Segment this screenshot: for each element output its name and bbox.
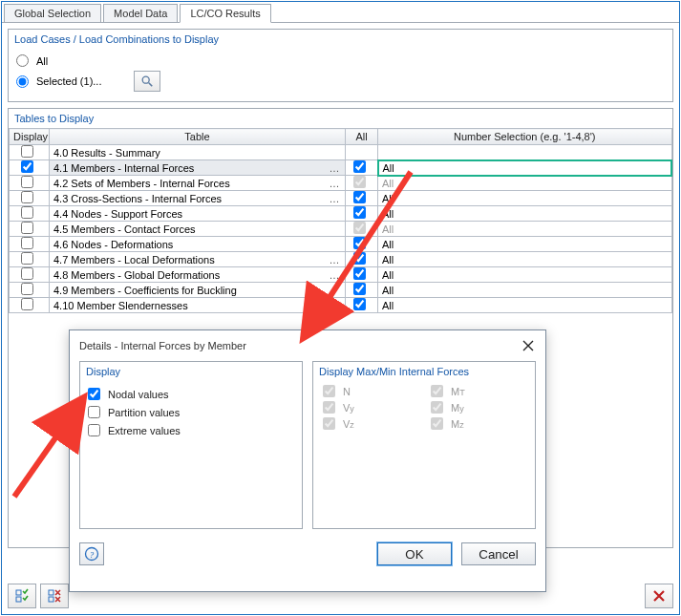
row-all-checkbox[interactable] [353,298,366,310]
force-label: Mz [451,418,464,430]
table-row-label[interactable]: 4.5 Members - Contact Forces [50,222,346,237]
row-all-checkbox[interactable] [353,283,366,295]
close-button[interactable] [521,338,536,353]
force-option: Mz [431,417,525,430]
display-option-label: Extreme values [108,425,181,436]
row-number-selection[interactable]: All [378,252,672,267]
row-display-checkbox[interactable] [21,206,33,219]
row-all-checkbox[interactable] [353,267,366,280]
force-option: My [431,401,525,414]
svg-text:?: ? [90,550,95,560]
display-option-checkbox[interactable] [88,388,100,400]
radio-selected[interactable] [16,75,29,88]
table-row-label[interactable]: 4.2 Sets of Members - Internal Forces… [50,176,346,191]
row-number-selection[interactable]: All [378,267,672,283]
row-all-checkbox[interactable] [353,252,366,265]
force-option: N [323,385,417,397]
row-number-selection[interactable] [378,145,672,160]
select-load-cases-button[interactable] [134,71,160,92]
row-number-selection[interactable]: All [378,176,672,191]
row-display-checkbox[interactable] [21,252,33,265]
ok-button[interactable]: OK [377,542,452,565]
row-number-selection[interactable]: All [378,283,672,298]
radio-selected-label: Selected (1)... [36,75,101,87]
svg-rect-3 [16,597,21,602]
check-all-icon [14,588,30,604]
uncheck-all-button[interactable] [40,584,69,608]
row-details-button[interactable]: … [328,178,341,189]
col-number-selection[interactable]: Number Selection (e.g. '1-4,8') [378,129,672,145]
row-display-checkbox[interactable] [21,145,33,158]
force-option: MT [431,385,525,397]
cancel-button[interactable]: Cancel [461,542,536,565]
row-all-checkbox[interactable] [353,237,366,249]
row-display-checkbox[interactable] [21,222,33,234]
row-number-selection[interactable]: All [378,298,672,313]
row-display-checkbox[interactable] [21,283,33,295]
row-display-checkbox[interactable] [21,176,33,188]
col-display[interactable]: Display [10,129,50,145]
load-cases-panel: Load Cases / Load Combinations to Displa… [8,29,673,102]
svg-point-0 [143,76,150,83]
svg-rect-5 [49,597,53,602]
force-label: Vy [343,402,354,414]
delete-button[interactable] [645,584,673,608]
tables-title: Tables to Display [9,109,672,128]
table-row-label[interactable]: 4.6 Nodes - Deformations [50,237,346,252]
force-checkbox [323,401,335,414]
row-number-selection[interactable]: All [378,237,672,252]
table-row-label[interactable]: 4.4 Nodes - Support Forces [50,206,346,222]
force-option: Vy [323,401,417,414]
tab-lcco-results[interactable]: LC/CO Results [180,4,270,23]
display-option-checkbox[interactable] [88,406,100,418]
col-table[interactable]: Table [50,129,346,145]
radio-all[interactable] [16,54,29,67]
table-row-label[interactable]: 4.0 Results - Summary [50,145,346,160]
row-display-checkbox[interactable] [21,267,33,280]
uncheck-all-icon [47,588,62,604]
force-checkbox [323,417,335,430]
dialog-title: Details - Internal Forces by Member [79,340,246,351]
forces-group: Display Max/Min Internal Forces NMTVyMyV… [312,361,536,529]
table-row-label[interactable]: 4.1 Members - Internal Forces… [50,160,346,176]
row-details-button[interactable]: … [328,254,341,266]
display-option[interactable]: Nodal values [88,385,294,403]
table-row-label[interactable]: 4.9 Members - Coefficients for Buckling [50,283,346,298]
delete-icon [652,589,666,603]
force-label: Vz [343,418,354,430]
row-all-checkbox[interactable] [353,206,366,219]
row-details-button[interactable]: … [328,269,341,281]
row-details-button[interactable]: … [328,162,341,174]
row-number-selection[interactable]: All [378,191,672,206]
row-display-checkbox[interactable] [21,160,33,173]
svg-rect-2 [16,590,21,595]
row-display-checkbox[interactable] [21,298,33,310]
table-row-label[interactable]: 4.10 Member Slendernesses [50,298,346,313]
row-number-selection[interactable]: All [378,160,672,176]
display-option[interactable]: Extreme values [88,421,294,439]
help-button[interactable]: ? [79,542,104,565]
row-number-selection[interactable]: All [378,206,672,222]
force-checkbox [323,385,335,397]
close-icon [522,340,534,351]
tab-model-data[interactable]: Model Data [103,4,178,22]
row-display-checkbox[interactable] [21,237,33,249]
table-row-label[interactable]: 4.3 Cross-Sections - Internal Forces… [50,191,346,206]
main-tabs: Global Selection Model Data LC/CO Result… [2,2,679,23]
display-group: Display Nodal valuesPartition valuesExtr… [79,361,303,529]
row-all-checkbox[interactable] [353,191,366,203]
help-icon: ? [84,546,99,562]
display-option[interactable]: Partition values [88,403,294,421]
display-option-checkbox[interactable] [88,424,100,436]
table-row-label[interactable]: 4.8 Members - Global Deformations… [50,267,346,283]
row-all-checkbox [353,176,366,188]
row-all-checkbox[interactable] [353,160,366,173]
table-row-label[interactable]: 4.7 Members - Local Deformations… [50,252,346,267]
tab-global-selection[interactable]: Global Selection [4,4,101,22]
row-number-selection[interactable]: All [378,222,672,237]
row-details-button[interactable]: … [328,193,341,204]
load-cases-title: Load Cases / Load Combinations to Displa… [9,30,672,49]
row-display-checkbox[interactable] [21,191,33,203]
check-all-button[interactable] [8,584,36,608]
col-all[interactable]: All [346,129,378,145]
